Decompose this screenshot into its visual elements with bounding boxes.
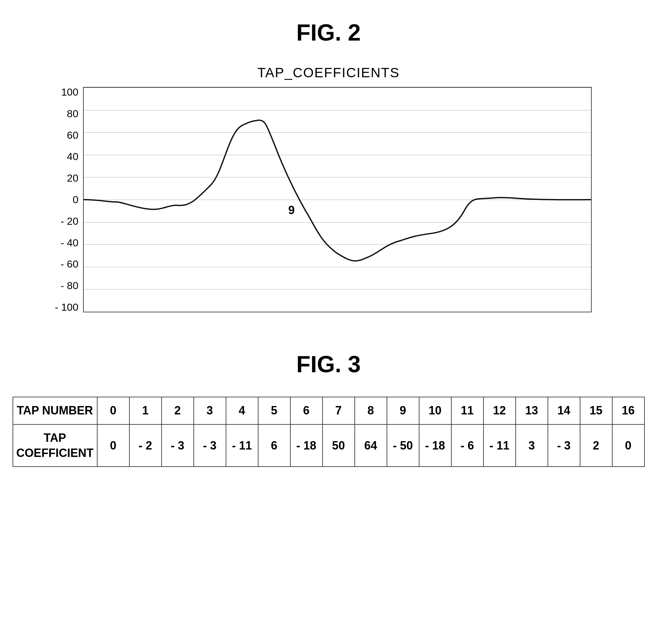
tap-num-6: 6 (290, 397, 323, 424)
coeff-6: - 18 (290, 424, 323, 467)
data-table: TAP NUMBER 0 1 2 3 4 5 6 7 8 9 10 11 12 … (13, 397, 645, 467)
y-label-40: 40 (67, 151, 78, 162)
tap-number-label: TAP NUMBER (13, 397, 97, 424)
coeff-10: - 18 (419, 424, 451, 467)
tap-num-14: 14 (548, 397, 580, 424)
coeff-2: - 3 (162, 424, 194, 467)
tap-num-11: 11 (451, 397, 484, 424)
coeff-14: - 3 (548, 424, 580, 467)
coeff-15: 2 (580, 424, 612, 467)
y-label-neg100: - 100 (55, 302, 78, 312)
tap-num-4: 4 (226, 397, 258, 424)
coeff-7: 50 (323, 424, 355, 467)
y-label-60: 60 (67, 130, 78, 140)
y-label-0: 0 (73, 194, 78, 205)
tap-num-8: 8 (355, 397, 387, 424)
y-label-neg80: - 80 (61, 280, 78, 291)
tap-num-10: 10 (419, 397, 451, 424)
coeff-3: - 3 (194, 424, 226, 467)
tap-num-7: 7 (323, 397, 355, 424)
fig2-title: FIG. 2 (296, 19, 360, 46)
tap-num-3: 3 (194, 397, 226, 424)
y-label-neg60: - 60 (61, 259, 78, 269)
tap-num-12: 12 (484, 397, 516, 424)
tap-num-1: 1 (130, 397, 162, 424)
y-label-neg40: - 40 (61, 238, 78, 248)
chart-svg (84, 88, 591, 312)
tap-num-9: 9 (387, 397, 419, 424)
y-label-neg20: - 20 (61, 216, 78, 226)
y-label-100: 100 (61, 87, 78, 97)
tap-num-2: 2 (162, 397, 194, 424)
tap-num-0: 0 (97, 397, 130, 424)
chart-container: 100 80 60 40 20 0 - 20 - 40 - 60 - 80 - … (55, 87, 602, 312)
coeff-4: - 11 (226, 424, 258, 467)
coeff-8: 64 (355, 424, 387, 467)
table-coefficient-row: TAPCOEFFICIENT 0 - 2 - 3 - 3 - 11 6 - 18… (13, 424, 644, 467)
tap-num-16: 16 (612, 397, 644, 424)
fig3-title: FIG. 3 (296, 351, 360, 377)
coeff-12: - 11 (484, 424, 516, 467)
table-header-row: TAP NUMBER 0 1 2 3 4 5 6 7 8 9 10 11 12 … (13, 397, 644, 424)
tap-num-13: 13 (516, 397, 548, 424)
y-label-80: 80 (67, 109, 78, 119)
coeff-11: - 6 (451, 424, 484, 467)
tap-num-5: 5 (258, 397, 290, 424)
coeff-5: 6 (258, 424, 290, 467)
tap-coefficient-label: TAPCOEFFICIENT (13, 424, 97, 467)
tap-curve (84, 120, 591, 261)
coeff-9: - 50 (387, 424, 419, 467)
y-axis-labels: 100 80 60 40 20 0 - 20 - 40 - 60 - 80 - … (55, 87, 84, 312)
coeff-1: - 2 (130, 424, 162, 467)
chart-title: TAP_COEFFICIENTS (258, 65, 400, 80)
coeff-13: 3 (516, 424, 548, 467)
tap-num-15: 15 (580, 397, 612, 424)
curve-label-9: 9 (288, 204, 295, 217)
chart-wrapper: TAP_COEFFICIENTS 100 80 60 40 20 0 - 20 … (55, 65, 602, 312)
fig3-section: FIG. 3 TAP NUMBER 0 1 2 3 4 5 6 7 8 9 10 (26, 351, 631, 467)
chart-area: 9 (83, 87, 592, 312)
y-label-20: 20 (67, 173, 78, 183)
coeff-16: 0 (612, 424, 644, 467)
coeff-0: 0 (97, 424, 130, 467)
page-container: FIG. 2 TAP_COEFFICIENTS 100 80 60 40 20 … (0, 0, 657, 644)
